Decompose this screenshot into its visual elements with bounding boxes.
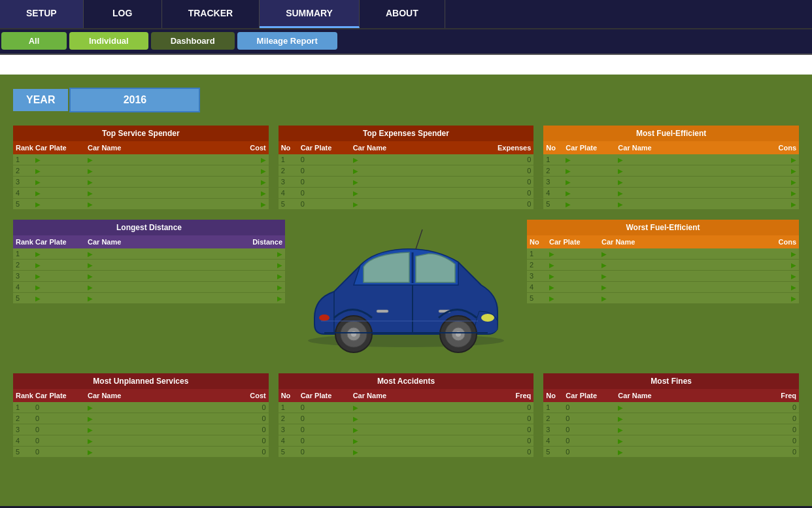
header-name: Car Name [601,238,764,246]
most-unplanned-services-table: Most Unplanned Services Rank Car Plate C… [13,373,269,458]
subtab-mileage-report[interactable]: Mileage Report [237,32,337,50]
table-row: 20▶0 [279,413,534,424]
table-row: 1▶▶▶ [13,248,285,259]
header-plate: Car Plate [35,144,88,152]
most-fuel-efficient-table: Most Fuel-Efficient No Car Plate Car Nam… [543,126,799,210]
service-spender-title: Top Service Spender [13,126,269,141]
header-name: Car Name [618,144,764,152]
table-row: 20▶0 [13,413,269,424]
table-row: 2▶▶▶ [13,260,285,270]
table-row: 30▶0 [543,424,799,435]
header-rank: Rank [16,392,35,399]
expenses-spender-title: Top Expenses Spender [279,126,534,141]
header-freq: Freq [764,392,796,399]
tab-setup[interactable]: SETUP [0,0,84,28]
top-service-spender-table: Top Service Spender Rank Car Plate Car N… [13,126,269,210]
header-name: Car Name [353,144,486,152]
table-row: 4▶▶▶ [13,282,285,292]
table-row: 50▶0 [279,199,534,209]
table-row: 2▶▶▶ [13,165,269,176]
bottom-tables-row: Most Unplanned Services Rank Car Plate C… [13,373,799,458]
fuel-efficient-title: Most Fuel-Efficient [543,126,799,141]
table-row: 4▶▶▶ [543,188,799,198]
year-value[interactable]: 2016 [69,88,200,112]
header-name: Car Name [88,144,233,152]
most-fines-table: Most Fines No Car Plate Car Name Freq 10… [543,373,799,458]
table-row: 10▶0 [543,402,799,413]
tab-tracker[interactable]: TRACKER [162,0,260,28]
header-cons: Cons [764,238,796,246]
table-row: 5▶▶▶ [543,199,799,209]
header-name: Car Name [618,392,764,399]
table-row: 50▶0 [543,447,799,457]
header-no: No [281,144,301,152]
table-row: 40▶0 [13,435,269,446]
subtab-individual[interactable]: Individual [69,32,148,50]
year-label: YEAR [13,89,68,111]
table-row: 10▶0 [13,402,269,413]
svg-rect-5 [377,310,388,313]
header-cost: Cost [233,392,266,399]
table-row: 5▶▶▶ [527,293,799,303]
header-no: No [530,238,549,246]
table-row: 10▶0 [279,402,534,413]
year-selector: YEAR 2016 [13,88,799,112]
tab-about[interactable]: ABOUT [360,0,445,28]
middle-tables-row: Longest Distance Rank Car Plate Car Name… [13,220,799,364]
table-row: 20▶0 [279,165,534,176]
longest-distance-table: Longest Distance Rank Car Plate Car Name… [13,220,285,304]
car-image-section [295,220,517,364]
tab-log[interactable]: LOG [84,0,162,28]
table-row: 4▶▶▶ [527,282,799,292]
svg-line-15 [416,229,422,249]
table-row: 30▶0 [279,424,534,435]
top-expenses-spender-table: Top Expenses Spender No Car Plate Car Na… [279,126,534,210]
header-no: No [546,144,566,152]
subtab-all[interactable]: All [1,32,67,50]
table-row: 50▶0 [279,447,534,457]
header-rank: Rank [16,238,35,246]
header-no: No [546,392,566,399]
white-gap [0,55,812,75]
header-plate: Car Plate [549,238,601,246]
accidents-title: Most Accidents [279,373,534,389]
table-row: 1▶▶▶ [543,154,799,165]
sub-navigation: All Individual Dashboard Mileage Report [0,29,812,55]
header-name: Car Name [88,392,233,399]
table-row: 3▶▶▶ [13,271,285,281]
header-plate: Car Plate [566,144,618,152]
table-row: 3▶▶▶ [543,177,799,187]
header-plate: Car Plate [35,392,88,399]
tab-summary[interactable]: SUMMARY [260,0,360,28]
longest-distance-title: Longest Distance [13,220,285,235]
header-expenses: Expenses [485,144,531,152]
header-distance: Distance [237,238,282,246]
top-tables-row: Top Service Spender Rank Car Plate Car N… [13,126,799,210]
header-cost: Cost [233,144,266,152]
header-plate: Car Plate [566,392,618,399]
table-row: 2▶▶▶ [543,165,799,176]
car-illustration [301,226,511,357]
unplanned-services-title: Most Unplanned Services [13,373,269,389]
header-name: Car Name [353,392,499,399]
header-plate: Car Plate [301,144,353,152]
table-row: 3▶▶▶ [527,271,799,281]
table-row: 2▶▶▶ [527,260,799,270]
header-rank: Rank [16,144,35,152]
header-freq: Freq [498,392,531,399]
main-content: YEAR 2016 Top Service Spender Rank Car P… [0,75,812,506]
worst-fuel-efficient-title: Worst Fuel-Efficient [527,220,799,235]
table-row: 1▶▶▶ [527,248,799,259]
header-plate: Car Plate [35,238,88,246]
table-row: 1▶▶▶ [13,154,269,165]
worst-fuel-efficient-table: Worst Fuel-Efficient No Car Plate Car Na… [527,220,799,304]
table-row: 4▶▶▶ [13,188,269,198]
subtab-dashboard[interactable]: Dashboard [151,32,235,50]
svg-point-3 [481,314,494,322]
header-name: Car Name [88,238,237,246]
table-row: 30▶0 [279,177,534,187]
table-row: 3▶▶▶ [13,177,269,187]
table-row: 40▶0 [279,188,534,198]
header-cons: Cons [764,144,796,152]
header-no: No [281,392,301,399]
